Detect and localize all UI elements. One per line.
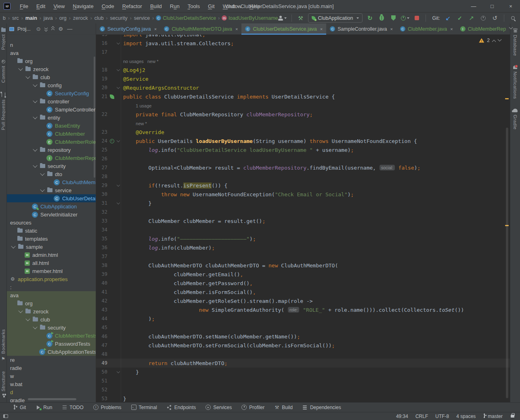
chevron-expanded-icon[interactable] <box>18 309 23 313</box>
chevron-expanded-icon[interactable] <box>25 317 30 321</box>
git-push-button[interactable]: ↗ <box>467 14 476 23</box>
fold-marker-icon[interactable] <box>116 41 120 44</box>
tree-item-[interactable]: : <box>7 283 96 291</box>
tree-item-w[interactable]: w <box>7 372 96 380</box>
code-line-45[interactable]: 45 <box>96 323 510 332</box>
breadcrumb-item[interactable]: b <box>2 15 6 21</box>
menu-view[interactable]: View <box>50 2 68 10</box>
profiler-button[interactable] <box>400 14 409 23</box>
toolwindow-button-git[interactable]: Git <box>12 405 26 410</box>
menu-run[interactable]: Run <box>166 2 183 10</box>
tab-clubuserdetailsservice-java[interactable]: CClubUserDetailsService.java× <box>241 23 326 34</box>
tree-item-controller[interactable]: controller <box>7 97 96 105</box>
tree-item-org[interactable]: org <box>7 299 96 307</box>
close-icon[interactable]: × <box>450 27 453 32</box>
code-line-28[interactable]: 28 <box>96 172 510 181</box>
tab-clubauthmemberdto-java[interactable]: CClubAuthMemberDTO.java× <box>160 23 241 34</box>
chevron-expanded-icon[interactable] <box>18 66 23 71</box>
code-line-19[interactable]: 19@Service <box>96 74 510 83</box>
vertical-scrollbar[interactable] <box>94 57 95 178</box>
menu-edit[interactable]: Edit <box>33 2 49 10</box>
spring-leaf-icon[interactable] <box>110 94 114 99</box>
toolwindow-button-build[interactable]: ⚒Build <box>274 405 293 410</box>
gear-icon[interactable]: ⚙ <box>59 26 63 32</box>
code-line-31[interactable]: 31 } <box>96 199 510 208</box>
inlay-row[interactable]: new * <box>96 119 510 128</box>
layout-icon[interactable] <box>3 414 8 418</box>
tree-item-wbat[interactable]: w.bat <box>7 380 96 388</box>
code-line-18[interactable]: 18@Log4j2 <box>96 65 510 74</box>
tool-stripe-database[interactable]: Database <box>513 28 518 56</box>
code-line-17[interactable]: 17 <box>96 48 510 57</box>
chevron-expanded-icon[interactable] <box>33 115 37 119</box>
code-line-49[interactable]: 49 return clubAuthMemberDTO; <box>96 359 510 368</box>
tree-item-templates[interactable]: templates <box>7 235 96 243</box>
breadcrumb-item[interactable]: club <box>94 15 104 21</box>
code-line-41[interactable]: 41 clubMember.isFormSocial(), <box>96 288 510 296</box>
fold-marker-icon[interactable] <box>116 139 120 142</box>
tree-item-re[interactable]: re <box>7 356 96 364</box>
editor-scrollbar[interactable] <box>506 128 508 398</box>
tree-item-passwordtests[interactable]: CPasswordTests <box>7 340 96 348</box>
minimize-button[interactable]: — <box>464 0 483 12</box>
code-line-40[interactable]: 40 clubMember.getPassword(), <box>96 279 510 288</box>
stop-button[interactable] <box>412 14 421 23</box>
tab-securityconfig-java[interactable]: CSecurityConfig.java× <box>96 23 160 34</box>
tool-stripe-bookmarks[interactable]: Bookmarks⚑ <box>1 329 6 361</box>
fold-marker-icon[interactable] <box>116 201 120 204</box>
tree-item-clubmember[interactable]: CClubMember <box>7 130 96 138</box>
chevron-expanded-icon[interactable] <box>33 147 37 151</box>
breadcrumb-item[interactable]: java <box>43 15 53 21</box>
menu-build[interactable]: Build <box>147 2 166 10</box>
indent-setting[interactable]: 4 spaces <box>456 414 476 419</box>
tree-item-clubmemberrole[interactable]: EClubMemberRole <box>7 138 96 146</box>
close-icon[interactable]: × <box>154 27 157 32</box>
code-line-26[interactable]: 26 <box>96 154 510 163</box>
tree-item-servletinitializer[interactable]: CServletInitializer <box>7 210 96 218</box>
tree-item-org[interactable]: org <box>7 57 96 65</box>
horizontal-scrollbar[interactable] <box>28 398 76 400</box>
tree-item-clubuserdetailsservi[interactable]: CClubUserDetailsServi <box>7 194 96 202</box>
tree-item-memberhtml[interactable]: Hmember.html <box>7 267 96 275</box>
tree-item-esources[interactable]: esources <box>7 218 96 227</box>
next-warning-icon[interactable] <box>498 37 502 41</box>
code-line-24[interactable]: 24↑ public UserDetails loadUserByUsernam… <box>96 136 510 145</box>
breadcrumb-class[interactable]: CClubUserDetailsService <box>156 15 216 21</box>
history-button[interactable] <box>479 14 488 23</box>
code-line-38[interactable]: 38 ClubAuthMemberDTO clubAuthMemberDTO =… <box>96 261 510 270</box>
breadcrumb-item[interactable]: main <box>25 15 38 21</box>
code-line-43[interactable]: 43 new SimpleGrantedAuthority( role: "RO… <box>96 305 510 314</box>
code-line-34[interactable]: 34 <box>96 225 510 234</box>
code-line-25[interactable]: 25 log.info("ClubUserDetailService loadU… <box>96 145 510 154</box>
tree-item-repository[interactable]: repository <box>7 146 96 154</box>
inlay-row[interactable]: no usages new * <box>96 57 510 65</box>
code-line-23[interactable]: 23 @Override <box>96 128 510 136</box>
breadcrumb-item[interactable]: security <box>110 15 128 21</box>
menu-code[interactable]: Code <box>98 2 118 10</box>
toolwindow-button-dependencies[interactable]: Dependencies <box>302 405 341 410</box>
tree-item-radle[interactable]: radle <box>7 364 96 372</box>
tree-item-allhtml[interactable]: Hall.html <box>7 259 96 267</box>
code-line-21[interactable]: 21public class ClubUserDetailsService im… <box>96 92 510 101</box>
expand-all-icon[interactable] <box>45 27 48 30</box>
git-update-button[interactable]: ↙ <box>444 14 453 23</box>
fold-marker-icon[interactable] <box>116 67 120 71</box>
tree-item-clubmemberrepository[interactable]: IClubMemberRepository <box>7 154 96 162</box>
toolwindow-button-profiler[interactable]: Profiler <box>241 405 264 410</box>
chevron-expanded-icon[interactable] <box>33 99 37 103</box>
code-line-39[interactable]: 39 clubMember.getEmail(), <box>96 270 510 279</box>
coverage-button[interactable] <box>389 14 398 23</box>
code-line-15[interactable]: 15import java.util.Optional; <box>96 35 510 39</box>
code-line-51[interactable]: 51 <box>96 376 510 385</box>
git-branch[interactable]: master <box>483 414 503 419</box>
rollback-button[interactable]: ↺ <box>491 14 499 23</box>
toolwindow-button-problems[interactable]: !Problems <box>93 405 122 410</box>
chevron-expanded-icon[interactable] <box>40 187 44 192</box>
toolwindow-button-terminal[interactable]: >_Terminal <box>131 405 157 410</box>
code-line-48[interactable]: 48 <box>96 350 510 359</box>
fold-marker-icon[interactable] <box>116 370 120 373</box>
inlay-row[interactable]: 1 usage <box>96 101 510 110</box>
tree-item-sample[interactable]: sample <box>7 243 96 251</box>
code-line-46[interactable]: 46 clubAuthMemberDTO.setName(clubMember.… <box>96 332 510 341</box>
close-icon[interactable]: × <box>390 27 393 32</box>
